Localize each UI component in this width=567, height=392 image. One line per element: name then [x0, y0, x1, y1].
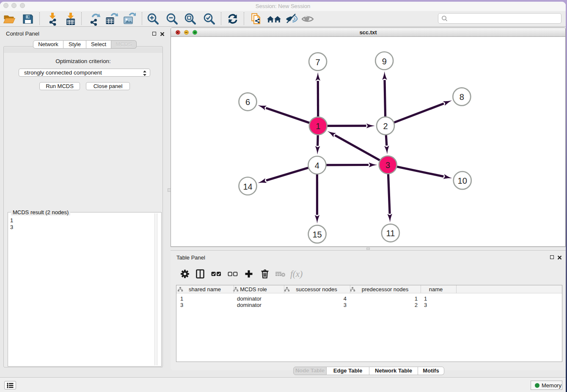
svg-text:10: 10 — [458, 176, 467, 185]
svg-text:6: 6 — [245, 97, 250, 107]
svg-text:2: 2 — [383, 121, 388, 131]
svg-text:1: 1 — [316, 121, 320, 131]
svg-text:15: 15 — [312, 230, 322, 239]
svg-text:8: 8 — [460, 92, 464, 102]
svg-text:14: 14 — [243, 182, 252, 191]
svg-text:4: 4 — [315, 161, 319, 170]
svg-text:11: 11 — [386, 229, 395, 238]
svg-text:3: 3 — [385, 160, 390, 170]
svg-text:9: 9 — [382, 57, 387, 66]
svg-text:7: 7 — [316, 58, 320, 67]
